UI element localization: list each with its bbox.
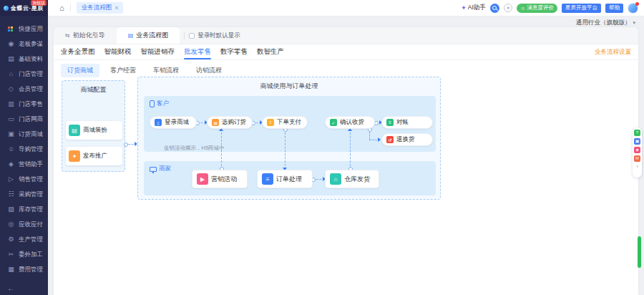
tab-init-guide[interactable]: ⇆ 初始化引导 xyxy=(54,27,117,44)
close-tab-icon[interactable]: × xyxy=(114,4,118,11)
edition-badge: 旗舰版 xyxy=(31,0,47,6)
inventory-manage-icon: ▧ xyxy=(6,206,16,213)
subtab-truck-sales-flow[interactable]: 车销流程 xyxy=(147,64,185,77)
subtab-visit-sales-flow[interactable]: 访销流程 xyxy=(190,64,228,77)
open-page-tab-label: 业务流程图 xyxy=(82,4,112,12)
search-icon[interactable] xyxy=(490,4,499,13)
default-display-checkbox[interactable] xyxy=(189,33,195,39)
mall-config-panel: 商城配置 ▤ 商城装扮 ✦ 发布推广 xyxy=(62,80,125,172)
tab-business-flow[interactable]: ▤ 业务流程图 xyxy=(117,27,180,44)
lane-merchant: 商家 ▶ 营销活动 ≡ 订单处理 ⌂ 仓库发货 xyxy=(144,161,436,195)
top-bar: ⌂ 业务流程图 × ✦ AI助手 ☺ 满意度评价 星辰开放平台 帮助 xyxy=(48,0,644,16)
mall-usage-title: 商城使用与订单处理 xyxy=(138,77,440,91)
flow-settings-link[interactable]: 业务流程设置 xyxy=(595,48,631,57)
flow-node-select-order[interactable]: ▤ 选购订货 xyxy=(207,116,253,129)
scrollbar-thumb[interactable] xyxy=(638,236,641,268)
store-online-icon: ▭ xyxy=(6,116,16,122)
connector-marketing-to-select xyxy=(221,129,222,170)
nav-tab-finance-tax[interactable]: 智能财税 xyxy=(104,44,132,59)
sidebar-item-boss-advisor[interactable]: ◉老板参谋 xyxy=(0,37,48,52)
order-process-icon: ≡ xyxy=(262,173,273,185)
flow-node-login-mall[interactable]: ▯ 登录商城 xyxy=(150,116,197,129)
nav-tab-panorama[interactable]: 业务全景图 xyxy=(61,44,95,59)
logo-mark-icon xyxy=(4,6,9,11)
video-help-icon[interactable] xyxy=(504,4,512,12)
sidebar-item-receivable-payable[interactable]: ◎应收应付 xyxy=(0,217,48,232)
sparkle-icon: ✦ xyxy=(461,4,467,11)
sidebar-collapse-arrow-icon[interactable]: ← xyxy=(7,284,14,292)
expense-manage-icon: ▦ xyxy=(6,266,16,273)
sidebar-item-store-online[interactable]: ▭门店网商 xyxy=(0,112,48,127)
scenario-nav: 业务全景图 智能财税 智能进销存 批发零售 数字零售 数智生产 业务流程设置 xyxy=(54,44,638,60)
marketing-activity-icon: ▶ xyxy=(197,173,208,185)
select-order-icon: ▤ xyxy=(212,119,219,126)
sidebar-item-quick-apps[interactable]: 快捷应用 xyxy=(0,21,48,37)
sidebar-item-order-mall[interactable]: ▣订货商城 xyxy=(0,127,48,142)
industry-selector[interactable]: 通用行业（旗舰版）▾ xyxy=(576,19,635,27)
marketing-helper-icon: ◈ xyxy=(6,161,16,168)
app-widget-icon[interactable]: ▣ xyxy=(634,138,640,145)
sidebar-item-store-manage[interactable]: ⌂门店管理 xyxy=(0,67,48,82)
flow-node-confirm-receipt[interactable]: ✓ 确认收货 xyxy=(325,116,375,129)
question-icon[interactable]: ? xyxy=(634,130,640,136)
open-page-tab[interactable]: 业务流程图 × xyxy=(77,2,124,14)
base-data-icon: ▤ xyxy=(6,56,16,62)
sales-manage-icon: ▷ xyxy=(6,176,16,183)
subtab-order-mall[interactable]: 订货商城 xyxy=(61,64,99,77)
flow-node-mall-decorate[interactable]: ▤ 商城装扮 xyxy=(66,121,122,140)
warehouse-ship-icon: ⌂ xyxy=(330,173,341,185)
smiley-icon: ☺ xyxy=(520,5,526,11)
feedback-icon[interactable]: ◈ xyxy=(634,147,640,153)
nav-tab-digital-retail[interactable]: 数字零售 xyxy=(220,44,248,59)
avatar[interactable] xyxy=(628,3,638,14)
boss-advisor-icon: ◉ xyxy=(6,41,16,47)
help-button[interactable]: 帮助 xyxy=(605,4,623,13)
flow-node-marketing-activity[interactable]: ▶ 营销活动 xyxy=(192,170,248,188)
divider xyxy=(70,4,71,11)
flow-node-return-exchange[interactable]: ↺ 退换货 xyxy=(381,133,433,146)
open-platform-button[interactable]: 星辰开放平台 xyxy=(562,4,601,13)
nav-tab-invoicing[interactable]: 智能进销存 xyxy=(141,44,175,59)
connector-confirm-to-reconcile xyxy=(376,122,381,123)
purchase-manage-icon: ☷ xyxy=(6,191,16,198)
sidebar-item-expense-manage[interactable]: ▦费用管理 xyxy=(0,262,48,277)
sidebar-item-marketing-helper[interactable]: ◈营销助手 xyxy=(0,157,48,172)
flow-node-order-process[interactable]: ≡ 订单处理 xyxy=(257,170,313,188)
sidebar-item-outsourcing[interactable]: ✂委外加工 xyxy=(0,247,48,262)
store-manage-icon: ⌂ xyxy=(6,71,16,77)
quick-apps-icon xyxy=(6,26,16,32)
default-display-option: 登录时默认显示 xyxy=(189,27,240,44)
init-guide-icon: ⇆ xyxy=(65,32,70,39)
sidebar-item-store-retail[interactable]: ▥门店零售 xyxy=(0,97,48,112)
flow-node-publish-promote[interactable]: ✦ 发布推广 xyxy=(66,147,122,165)
sidebar-item-member-manage[interactable]: ◇会员管理 xyxy=(0,82,48,97)
home-icon[interactable]: ⌂ xyxy=(59,4,64,12)
sidebar-item-inventory-manage[interactable]: ▧库存管理 xyxy=(0,202,48,217)
store-retail-icon: ▥ xyxy=(6,101,16,107)
mall-config-title: 商城配置 xyxy=(62,81,125,95)
sidebar-item-base-data[interactable]: ▤基础资料 xyxy=(0,52,48,67)
workspace-tabs-bar: ⇆ 初始化引导 ▤ 业务流程图 登录时默认显示 xyxy=(54,27,638,44)
promo-icon[interactable]: ✉ xyxy=(634,155,640,162)
nav-tab-smart-production[interactable]: 数智生产 xyxy=(257,44,284,59)
connector-confirm-to-return-v xyxy=(369,129,370,140)
flow-node-warehouse-ship[interactable]: ⌂ 仓库发货 xyxy=(325,170,379,188)
connector-select-to-pay xyxy=(253,122,262,123)
sidebar-menu: 快捷应用 ◉老板参谋 ▤基础资料 ⌂门店管理 ◇会员管理 ▥门店零售 ▭门店网商… xyxy=(0,16,48,277)
satisfaction-button[interactable]: ☺ 满意度评价 xyxy=(517,4,557,13)
return-exchange-icon: ↺ xyxy=(386,136,394,143)
ai-assistant-button[interactable]: ✦ AI助手 xyxy=(461,4,486,12)
connector-pay-to-process xyxy=(285,129,286,170)
connector-ship-to-confirm xyxy=(350,129,351,170)
toolbar-collapse-icon[interactable]: › xyxy=(636,164,638,170)
flow-node-reconcile[interactable]: ≡ 对账 xyxy=(381,116,433,129)
member-manage-icon: ◇ xyxy=(6,86,16,92)
nav-tab-wholesale-retail[interactable]: 批发零售 xyxy=(184,44,211,59)
sidebar-item-guide-manage[interactable]: ☺导购管理 xyxy=(0,142,48,157)
sidebar-item-sales-manage[interactable]: ▷销售管理 xyxy=(0,172,48,187)
flow-node-pay-order[interactable]: ! 下单支付 xyxy=(262,116,308,129)
subtab-customer-operation[interactable]: 客户经营 xyxy=(104,64,142,77)
sidebar-item-purchase-manage[interactable]: ☷采购管理 xyxy=(0,187,48,202)
sidebar-item-production-manage[interactable]: ⚙生产管理 xyxy=(0,232,48,247)
flow-annotation: 促销活动展示，H5商城中 xyxy=(164,145,243,152)
